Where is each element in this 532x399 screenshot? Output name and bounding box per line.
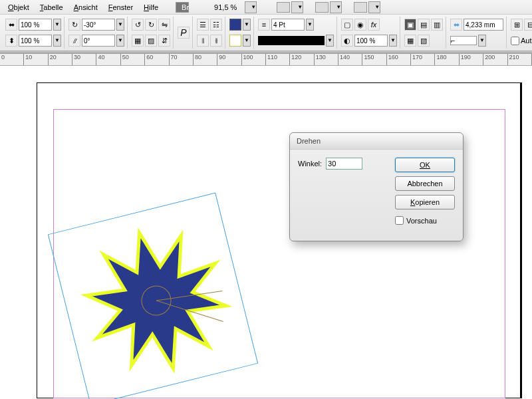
ruler-tick: 10 (24, 54, 48, 65)
rotate-cw-icon[interactable]: ↻ (145, 19, 157, 31)
textwrap-icon-1[interactable]: ▣ (404, 19, 416, 31)
fill-dd[interactable]: ▼ (243, 19, 251, 31)
arrange-dd[interactable]: ▼ (330, 1, 342, 13)
screen-mode-icon[interactable] (277, 2, 290, 13)
ok-button[interactable]: OK (395, 158, 455, 172)
scale-y-icon: ⬍ (5, 35, 17, 47)
scale-x-input[interactable] (19, 19, 52, 31)
angle-input[interactable] (326, 158, 362, 170)
ruler-tick: 70 (170, 54, 194, 65)
autom-check[interactable] (511, 37, 519, 45)
ruler-tick: 140 (338, 54, 362, 65)
autom-label: Autom (521, 37, 532, 45)
stroke-weight-dd[interactable]: ▼ (306, 19, 314, 31)
menu-bar: OObjektbjekt Tabelle Ansicht Fenster Hil… (0, 0, 532, 15)
width-icon: ⬌ (450, 19, 462, 31)
ruler-tick: 20 (49, 54, 72, 65)
menu-ansicht[interactable]: Ansicht (68, 3, 103, 11)
fx-icon-1[interactable]: ▢ (341, 19, 353, 31)
textwrap-icon-5[interactable]: ▧ (418, 35, 430, 47)
corner-options[interactable]: ⌐ (450, 36, 477, 45)
ruler-tick: 190 (460, 54, 483, 65)
align-icon-4[interactable]: ⫵ (210, 35, 222, 47)
workspace-icon[interactable] (354, 2, 367, 13)
corner-dd[interactable]: ▼ (478, 35, 486, 47)
ruler-tick: 90 (217, 54, 241, 65)
opacity-dd[interactable]: ▼ (389, 35, 397, 47)
ruler-tick: 80 (194, 54, 217, 65)
ruler-tick: 180 (435, 54, 459, 65)
width-input[interactable] (464, 19, 503, 31)
fx-icon-2[interactable]: ◉ (354, 19, 366, 31)
rotate-dd[interactable]: ▼ (116, 19, 124, 31)
ruler-tick: 170 (411, 54, 435, 65)
arrange-icon[interactable] (315, 2, 329, 13)
preview-checkbox-label[interactable]: Vorschau (395, 216, 455, 225)
fx-icon-3[interactable]: fx (368, 19, 380, 31)
ruler-tick: 120 (290, 54, 314, 65)
preview-checkbox[interactable] (395, 216, 404, 225)
flip-v-icon[interactable]: ⇵ (158, 35, 170, 47)
align-icon-3[interactable]: ⫴ (197, 35, 209, 47)
scale-x-dd[interactable]: ▼ (53, 19, 61, 31)
stroke-swatch[interactable] (229, 35, 241, 47)
document-canvas[interactable]: Drehen Winkel: OK Abbrechen Kopieren Vor… (0, 66, 532, 398)
shear-input[interactable] (82, 35, 115, 47)
ruler-tick: 110 (266, 54, 290, 65)
menu-fenster[interactable]: Fenster (103, 3, 138, 11)
stroke-dd[interactable]: ▼ (243, 35, 251, 47)
ruler-tick: 100 (242, 54, 266, 65)
shear-dd[interactable]: ▼ (116, 35, 124, 47)
menu-tabelle[interactable]: Tabelle (35, 3, 68, 11)
angle-label: Winkel: (298, 160, 322, 168)
scale-y-input[interactable] (19, 35, 52, 47)
menu-hilfe[interactable]: Hilfe (138, 3, 164, 11)
ruler-tick: 40 (96, 54, 120, 65)
workspace-dd[interactable]: ▼ (368, 1, 380, 13)
stroke-preview (258, 36, 325, 45)
scale-x-icon: ⬌ (5, 19, 17, 31)
control-toolbar: ⬌ ▼ ⬍ ▼ ↻ ▼ ⫽ ▼ ↺ ↻ ⇋ ▦ ▨ ⇵ (0, 15, 532, 51)
zoom-dropdown[interactable]: ▼ (245, 1, 257, 13)
cancel-button[interactable]: Abbrechen (395, 176, 455, 191)
misc-icon-2[interactable]: ▨ (145, 35, 157, 47)
ruler-tick: 130 (315, 54, 338, 65)
dialog-title: Drehen (290, 133, 463, 150)
textwrap-icon-4[interactable]: ▦ (404, 35, 416, 47)
ruler-tick: 160 (387, 54, 411, 65)
rotate-dialog: Drehen Winkel: OK Abbrechen Kopieren Vor… (289, 132, 464, 241)
copy-button[interactable]: Kopieren (395, 195, 455, 209)
stroke-style-dd[interactable]: ▼ (326, 35, 334, 47)
frame-icon-2[interactable]: ⊟ (524, 19, 532, 31)
fill-swatch[interactable] (229, 19, 241, 31)
shear-icon: ⫽ (68, 35, 80, 47)
align-icon-1[interactable]: ☰ (197, 19, 209, 31)
align-icon-2[interactable]: ☷ (210, 19, 222, 31)
ruler-tick: 0 (0, 54, 24, 65)
horizontal-ruler: 0 10 20 30 40 50 60 70 80 90 100 110 120… (0, 54, 532, 66)
screen-mode-dd[interactable]: ▼ (291, 1, 303, 13)
bridge-icon[interactable]: Br (176, 2, 189, 13)
flip-h-icon[interactable]: ⇋ (158, 19, 170, 31)
star-shape[interactable] (80, 224, 233, 377)
stroke-weight-input[interactable] (271, 19, 305, 31)
ruler-tick: 150 (362, 54, 386, 65)
scale-y-dd[interactable]: ▼ (53, 35, 61, 47)
ruler-tick: 210 (508, 54, 532, 65)
opacity-icon: ◐ (341, 35, 353, 47)
frame-icon-1[interactable]: ⊞ (511, 19, 523, 31)
misc-icon-1[interactable]: ▦ (132, 35, 144, 47)
textwrap-icon-3[interactable]: ▥ (431, 19, 443, 31)
stroke-weight-icon: ≡ (258, 19, 270, 31)
ruler-tick: 50 (121, 54, 145, 65)
zoom-level: 91,5 % (209, 3, 242, 11)
rotate-ccw-icon[interactable]: ↺ (132, 19, 144, 31)
paragraph-icon[interactable]: P (178, 27, 190, 39)
rotate-icon: ↻ (68, 19, 80, 31)
rotate-input[interactable] (82, 19, 115, 31)
ruler-tick: 200 (483, 54, 507, 65)
menu-objekt[interactable]: OObjektbjekt (3, 3, 35, 11)
textwrap-icon-2[interactable]: ▤ (418, 19, 430, 31)
ruler-tick: 30 (72, 54, 96, 65)
opacity-input[interactable] (354, 35, 388, 47)
